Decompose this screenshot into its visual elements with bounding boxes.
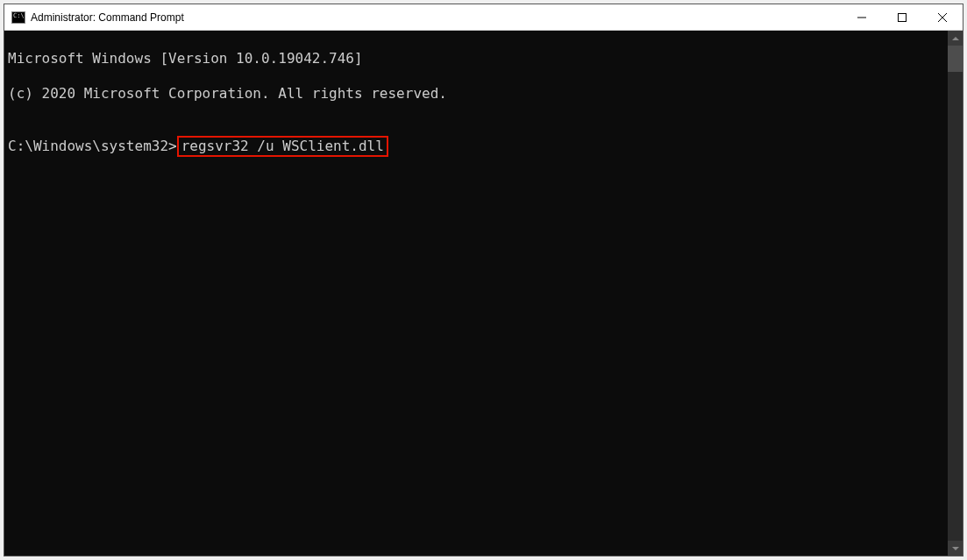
svg-marker-5 bbox=[952, 547, 959, 550]
titlebar[interactable]: Administrator: Command Prompt bbox=[4, 4, 963, 31]
minimize-icon bbox=[857, 13, 866, 22]
version-line: Microsoft Windows [Version 10.0.19042.74… bbox=[8, 50, 944, 67]
scroll-down-button[interactable] bbox=[948, 541, 963, 556]
close-icon bbox=[938, 13, 947, 22]
maximize-icon bbox=[898, 13, 907, 22]
close-button[interactable] bbox=[922, 4, 963, 31]
cmd-icon bbox=[11, 11, 25, 24]
minimize-button[interactable] bbox=[842, 4, 882, 31]
vertical-scrollbar[interactable] bbox=[948, 31, 963, 556]
scroll-up-icon bbox=[952, 37, 959, 40]
terminal[interactable]: Microsoft Windows [Version 10.0.19042.74… bbox=[4, 31, 948, 556]
command-highlight: regsvr32 /u WSClient.dll bbox=[177, 136, 388, 157]
scroll-up-button[interactable] bbox=[948, 31, 963, 46]
command-text: regsvr32 /u WSClient.dll bbox=[181, 138, 384, 154]
scroll-down-icon bbox=[952, 547, 959, 550]
terminal-container: Microsoft Windows [Version 10.0.19042.74… bbox=[4, 31, 963, 556]
window-controls bbox=[842, 4, 963, 30]
window-title: Administrator: Command Prompt bbox=[31, 11, 842, 24]
svg-rect-1 bbox=[899, 14, 907, 22]
copyright-line: (c) 2020 Microsoft Corporation. All righ… bbox=[8, 85, 944, 103]
svg-marker-4 bbox=[952, 37, 959, 40]
prompt-text: C:\Windows\system32> bbox=[8, 138, 177, 154]
scroll-thumb[interactable] bbox=[948, 46, 963, 72]
command-prompt-window: Administrator: Command Prompt Microsoft … bbox=[4, 4, 963, 556]
prompt-line: C:\Windows\system32>regsvr32 /u WSClient… bbox=[8, 138, 944, 155]
maximize-button[interactable] bbox=[882, 4, 922, 31]
